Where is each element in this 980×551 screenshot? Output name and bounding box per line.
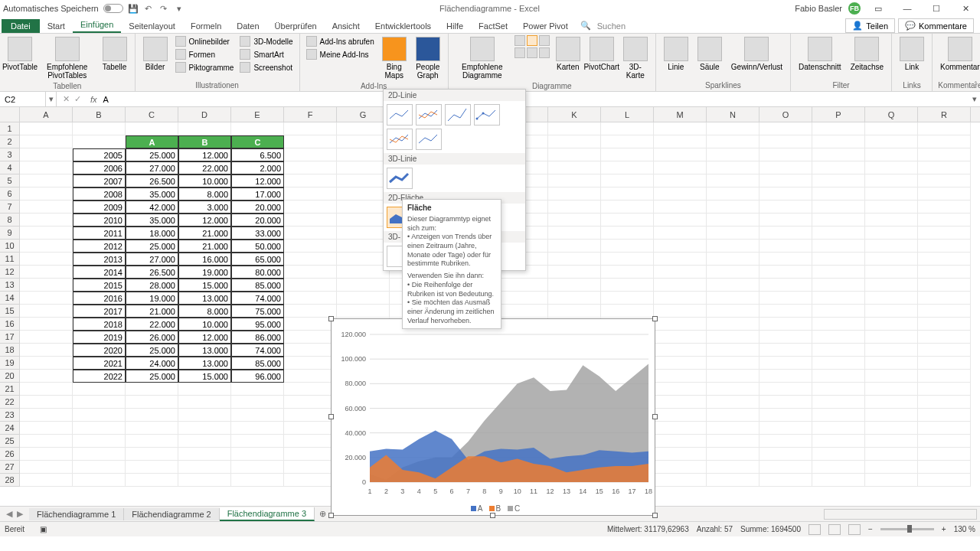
cell[interactable] <box>865 161 918 174</box>
cell[interactable] <box>707 357 760 370</box>
cell[interactable]: 12.000 <box>178 148 231 161</box>
cell[interactable]: 86.000 <box>231 331 284 344</box>
link-button[interactable]: Link <box>897 35 927 73</box>
cell[interactable] <box>707 305 760 318</box>
cell[interactable] <box>812 266 865 279</box>
cell[interactable]: 19.000 <box>178 266 231 279</box>
cell[interactable]: 33.000 <box>231 227 284 240</box>
cell[interactable]: 28.000 <box>126 279 178 292</box>
cell[interactable] <box>707 253 760 266</box>
cell[interactable] <box>654 474 707 487</box>
resize-handle[interactable] <box>652 316 658 321</box>
cell[interactable] <box>865 474 918 487</box>
row-header[interactable]: 20 <box>0 370 19 383</box>
column-header[interactable]: L <box>601 107 654 122</box>
cell[interactable] <box>918 187 971 201</box>
cell[interactable] <box>284 331 337 344</box>
cell[interactable] <box>284 240 337 253</box>
cell[interactable] <box>654 383 707 396</box>
cell[interactable] <box>548 148 601 161</box>
slicer-button[interactable]: Datenschnitt <box>795 35 844 73</box>
cell[interactable] <box>707 422 760 435</box>
cell[interactable]: 26.500 <box>126 266 178 279</box>
cell[interactable] <box>654 227 707 240</box>
cell[interactable] <box>284 174 337 187</box>
cell[interactable] <box>707 383 760 396</box>
cell[interactable] <box>707 214 760 227</box>
cell[interactable] <box>73 135 126 148</box>
enter-formula-icon[interactable]: ✓ <box>74 94 81 104</box>
cell[interactable] <box>865 448 918 461</box>
cell[interactable] <box>707 148 760 161</box>
area-chart-icon[interactable] <box>527 47 537 58</box>
row-header[interactable]: 6 <box>0 187 19 201</box>
cell[interactable] <box>284 266 337 279</box>
tab-ansicht[interactable]: Ansicht <box>325 19 368 33</box>
cell[interactable] <box>760 461 812 474</box>
cell[interactable] <box>707 409 760 422</box>
cell[interactable] <box>918 474 971 487</box>
row-header[interactable]: 19 <box>0 357 19 370</box>
formula-input[interactable]: A <box>100 95 969 104</box>
cell[interactable] <box>812 461 865 474</box>
cell[interactable] <box>337 227 390 240</box>
cell[interactable] <box>812 305 865 318</box>
row-header[interactable]: 5 <box>0 174 19 187</box>
cell[interactable] <box>918 240 971 253</box>
cell[interactable] <box>865 279 918 292</box>
cell[interactable] <box>601 148 654 161</box>
people-graph-button[interactable]: People Graph <box>413 35 443 81</box>
cell[interactable] <box>284 448 337 461</box>
cell[interactable] <box>812 187 865 201</box>
cell[interactable]: 2006 <box>73 161 126 174</box>
cell[interactable] <box>812 135 865 148</box>
name-box[interactable]: C2 <box>0 92 46 106</box>
cell[interactable] <box>865 435 918 448</box>
cell[interactable] <box>178 122 231 135</box>
cell[interactable]: 35.000 <box>126 214 178 227</box>
cell[interactable]: 50.000 <box>231 240 284 253</box>
cell[interactable] <box>654 240 707 253</box>
cell[interactable] <box>126 122 178 135</box>
cell[interactable] <box>654 461 707 474</box>
row-header[interactable]: 7 <box>0 201 19 214</box>
cell[interactable] <box>812 370 865 383</box>
scatter-chart-icon[interactable] <box>539 47 550 58</box>
fx-icon[interactable]: fx <box>87 95 100 104</box>
tab-ueberpruefen[interactable]: Überprüfen <box>267 19 325 33</box>
row-header[interactable]: 15 <box>0 305 19 318</box>
cell[interactable] <box>337 266 390 279</box>
cell[interactable] <box>812 201 865 214</box>
cell[interactable] <box>20 161 73 174</box>
smartart-button[interactable]: SmartArt <box>238 48 294 60</box>
cell[interactable]: 2019 <box>73 331 126 344</box>
cell[interactable]: 2012 <box>73 240 126 253</box>
cell[interactable] <box>654 266 707 279</box>
cell[interactable] <box>178 448 231 461</box>
search-icon[interactable]: 🔍 <box>576 18 596 33</box>
pivottable-button[interactable]: PivotTable <box>5 35 35 73</box>
cell[interactable] <box>231 474 284 487</box>
cell[interactable] <box>178 396 231 409</box>
cell[interactable] <box>601 122 654 135</box>
cell[interactable]: 12.000 <box>231 174 284 187</box>
cell[interactable] <box>284 344 337 357</box>
cell[interactable] <box>20 409 73 422</box>
cell[interactable] <box>707 435 760 448</box>
cell[interactable] <box>284 474 337 487</box>
select-all-corner[interactable] <box>0 107 20 122</box>
cell[interactable] <box>654 292 707 305</box>
sparkline-column-button[interactable]: Säule <box>694 35 725 73</box>
cell[interactable]: 13.000 <box>178 357 231 370</box>
cell[interactable] <box>865 370 918 383</box>
cell[interactable]: 25.000 <box>126 370 178 383</box>
my-addins-button[interactable]: Meine Add-Ins <box>305 48 376 60</box>
cell[interactable] <box>918 214 971 227</box>
cell[interactable] <box>548 161 601 174</box>
cell[interactable] <box>601 135 654 148</box>
cell[interactable] <box>865 318 918 331</box>
cell[interactable] <box>865 357 918 370</box>
cell[interactable]: 21.000 <box>178 240 231 253</box>
cell[interactable] <box>707 240 760 253</box>
cell[interactable] <box>601 253 654 266</box>
